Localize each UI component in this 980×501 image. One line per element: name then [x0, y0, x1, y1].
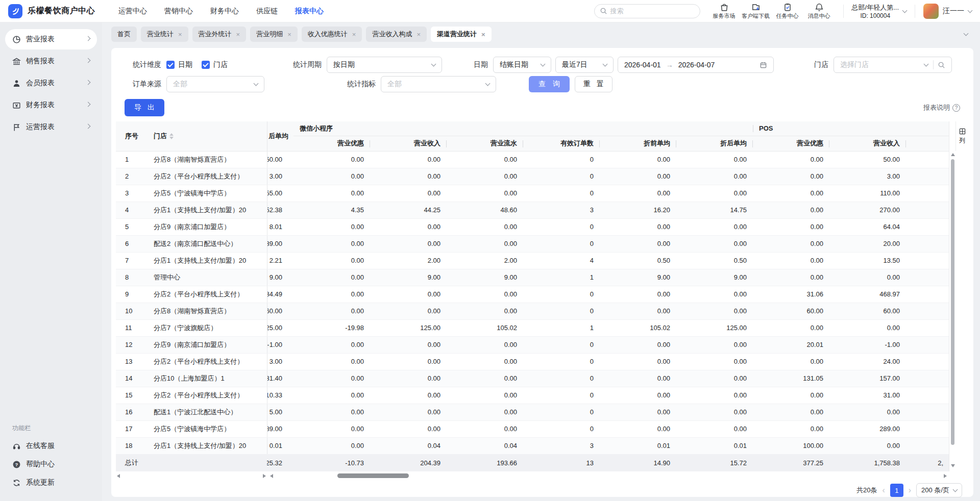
- next-page-button[interactable]: ›: [909, 486, 911, 494]
- value-cell: 0.00: [447, 168, 523, 185]
- sidebar-footer-item-headset[interactable]: 在线客服: [0, 437, 102, 455]
- value-cell: 9.00: [447, 269, 523, 286]
- top-nav-item-1[interactable]: 营销中心: [164, 7, 193, 16]
- sidebar-item-pie[interactable]: 营业报表: [5, 29, 97, 49]
- sidebar-item-finance[interactable]: 财务报表: [5, 95, 97, 115]
- tab-label: 营业收入构成: [372, 30, 412, 39]
- page-number-button[interactable]: 1: [890, 484, 903, 497]
- query-button[interactable]: 查 询: [529, 76, 570, 92]
- left-scroll-right-arrow[interactable]: [263, 474, 266, 478]
- store-cell: 分店1（支持线上支付/加盟）20: [145, 252, 267, 269]
- sidebar-item-flag[interactable]: 运营报表: [5, 117, 97, 137]
- store-search-icon[interactable]: [938, 61, 945, 69]
- col-header-store[interactable]: 门店: [145, 121, 267, 151]
- clipped-value-cell: [906, 185, 949, 202]
- total-label: 总计: [116, 454, 267, 471]
- scroll-up-arrow[interactable]: [951, 153, 955, 156]
- horizontal-scrollbar-thumb[interactable]: [337, 473, 409, 478]
- top-nav-item-4[interactable]: 报表中心: [295, 7, 324, 16]
- column-settings-button[interactable]: 列: [955, 121, 968, 151]
- value-cell: 100.00: [753, 437, 829, 454]
- value-cell: 0.00: [600, 404, 676, 420]
- value-cell: 0: [523, 387, 600, 404]
- tab-label: 首页: [117, 30, 131, 39]
- value-cell: 48.60: [447, 202, 523, 218]
- right-scroll-right-arrow[interactable]: [944, 474, 947, 478]
- sidebar-item-member[interactable]: 会员报表: [5, 73, 97, 93]
- tab-6[interactable]: 渠道营业统计×: [431, 27, 492, 42]
- col-header-0-4: 折前单均: [600, 136, 676, 151]
- prev-page-button[interactable]: ‹: [882, 486, 885, 494]
- clipped-value-cell: [906, 235, 949, 252]
- checkbox-label: 门店: [213, 60, 228, 69]
- reset-button[interactable]: 重 置: [575, 76, 612, 92]
- question-circle-icon: ?: [952, 104, 960, 112]
- org-id: ID: 100004: [860, 12, 890, 19]
- sidebar-footer-item-refresh[interactable]: 系统更新: [0, 473, 102, 492]
- date-type-select[interactable]: 结账日期: [493, 57, 551, 73]
- scroll-down-arrow[interactable]: [951, 464, 955, 467]
- top-nav-item-0[interactable]: 运营中心: [118, 7, 147, 16]
- top-nav-item-2[interactable]: 财务中心: [210, 7, 239, 16]
- sidebar-item-bank[interactable]: 销售报表: [5, 51, 97, 71]
- close-icon[interactable]: ×: [481, 31, 485, 38]
- trailing-cell: 60.00: [267, 303, 293, 319]
- store-select[interactable]: 选择门店: [834, 57, 952, 73]
- dimension-label: 统计维度: [125, 60, 161, 69]
- tab-1[interactable]: 营业统计×: [141, 27, 188, 42]
- vertical-scrollbar-thumb[interactable]: [951, 159, 954, 445]
- sidebar-item-label: 会员报表: [26, 79, 55, 88]
- value-cell: -19.98: [293, 319, 370, 336]
- tab-2[interactable]: 营业外统计×: [192, 27, 247, 42]
- close-icon[interactable]: ×: [236, 31, 240, 38]
- value-cell: 20.01: [753, 336, 829, 353]
- quick-action-label: 任务中心: [776, 12, 799, 20]
- period-value: 按日期: [333, 60, 428, 69]
- date-preset-select[interactable]: 最近7日: [555, 57, 614, 73]
- table-row: 11分店7（宁波旗舰店）125.00-19.98125.00105.021105…: [116, 319, 949, 336]
- tab-3[interactable]: 营业明细×: [250, 27, 298, 42]
- order-source-select[interactable]: 全部: [166, 76, 264, 92]
- user-menu[interactable]: 汪一一: [923, 4, 972, 19]
- close-icon[interactable]: ×: [352, 31, 356, 38]
- sidebar-footer-item-help[interactable]: ?帮助中心: [0, 455, 102, 473]
- tab-5[interactable]: 营业收入构成×: [366, 27, 427, 42]
- quick-action-clipboard[interactable]: 任务中心: [772, 3, 803, 20]
- date-range-picker[interactable]: 2026-04-01 → 2026-04-07: [618, 57, 774, 73]
- value-cell: 0.00: [676, 235, 753, 252]
- value-cell: 0.00: [370, 387, 447, 404]
- quick-action-bag[interactable]: 服务市场: [708, 3, 740, 20]
- clipboard-icon: [783, 3, 792, 12]
- value-cell: 0.00: [676, 353, 753, 370]
- report-info-link[interactable]: 报表说明 ?: [923, 103, 960, 112]
- tab-0[interactable]: 首页: [111, 27, 137, 42]
- value-cell: 0.00: [600, 387, 676, 404]
- top-nav-item-3[interactable]: 供应链: [256, 7, 278, 16]
- metric-select[interactable]: 全部: [381, 76, 496, 92]
- quick-action-download[interactable]: 客户端下载: [740, 3, 772, 20]
- close-icon[interactable]: ×: [416, 31, 421, 38]
- trailing-cell: 3.00: [267, 353, 293, 370]
- grid-icon: [959, 128, 966, 135]
- close-icon[interactable]: ×: [178, 31, 182, 38]
- total-value-cell: 15.72: [676, 454, 753, 471]
- dimension-checkbox-0[interactable]: 日期: [166, 60, 192, 69]
- left-scroll-left-arrow[interactable]: [117, 474, 120, 478]
- value-cell: 0.00: [676, 286, 753, 303]
- quick-action-bell[interactable]: 消息中心: [803, 3, 835, 20]
- value-cell: 0.50: [600, 252, 676, 269]
- sidebar: 营业报表销售报表会员报表财务报表运营报表 功能栏 在线客服?帮助中心系统更新: [0, 22, 102, 501]
- value-cell: 0: [523, 151, 600, 168]
- period-select[interactable]: 按日期: [327, 57, 442, 73]
- tab-4[interactable]: 收入优惠统计×: [302, 27, 362, 42]
- dimension-checkbox-1[interactable]: 门店: [202, 60, 228, 69]
- close-icon[interactable]: ×: [287, 31, 291, 38]
- vertical-scrollbar[interactable]: [950, 121, 955, 471]
- search-input[interactable]: 搜索: [594, 4, 700, 18]
- page-size-select[interactable]: 200 条/页: [916, 483, 962, 497]
- tabs-overflow-button[interactable]: [960, 28, 972, 40]
- export-button[interactable]: 导 出: [125, 99, 164, 116]
- org-switcher[interactable]: 总部/年轻人第... ID: 100004: [852, 3, 906, 19]
- right-scroll-left-arrow[interactable]: [270, 474, 273, 478]
- value-cell: 0.00: [753, 420, 829, 437]
